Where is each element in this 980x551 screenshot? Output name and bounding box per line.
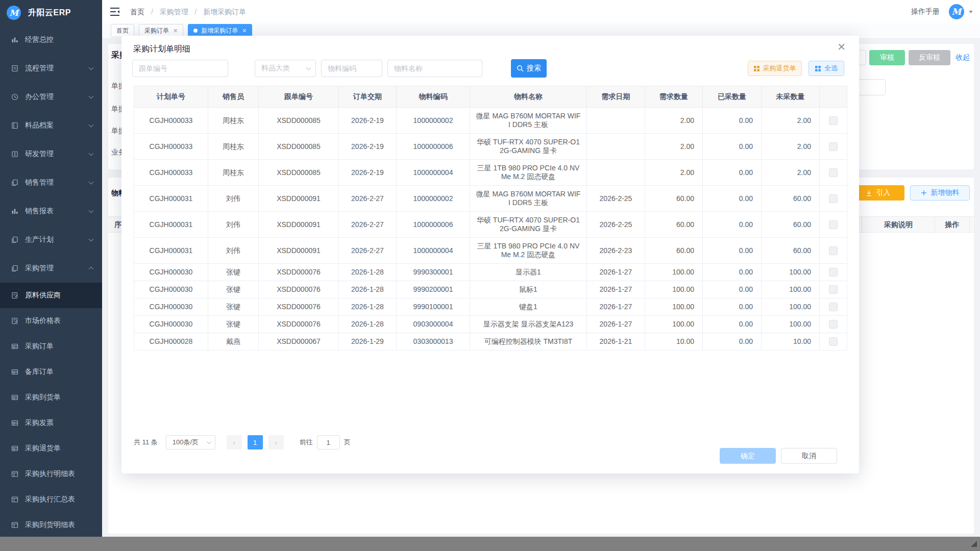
row-checkbox[interactable]: [829, 337, 838, 346]
page-size-select[interactable]: 100条/页: [166, 435, 215, 449]
cancel-button[interactable]: 取消: [781, 448, 837, 464]
table-row[interactable]: CGJH000028戴燕XSDD0000672026-1-29030300001…: [134, 333, 847, 350]
table-row[interactable]: CGJH000033周桂东XSDD0000852026-2-1910000000…: [134, 134, 847, 160]
sidebar-subitem-6[interactable]: 采购退货单: [0, 436, 102, 461]
sidebar-item-2[interactable]: 办公管理: [0, 83, 102, 111]
table-row[interactable]: CGJH000030张键XSDD0000762026-1-28090300000…: [134, 316, 847, 333]
cell-select: [820, 160, 847, 186]
breadcrumb-purchase[interactable]: 采购管理: [160, 8, 188, 16]
add-material-button[interactable]: 新增物料: [910, 185, 970, 201]
cell-unpurchased-qty: 60.00: [762, 186, 820, 212]
table-row[interactable]: CGJH000033周桂东XSDD0000852026-2-1910000000…: [134, 160, 847, 186]
chevron-down-icon[interactable]: [969, 11, 973, 13]
material-code-input[interactable]: [321, 60, 382, 77]
confirm-button[interactable]: 确定: [720, 448, 776, 464]
sidebar-item-0[interactable]: 经营总控: [0, 26, 102, 54]
purchase-return-button[interactable]: 采购退货单: [748, 61, 802, 76]
sidebar-subitem-9[interactable]: 采购到货明细表: [0, 512, 102, 537]
chevron-down-icon: [89, 208, 94, 213]
close-icon[interactable]: ✕: [837, 42, 846, 52]
cell-material-code: 9990300001: [397, 264, 470, 281]
table-row[interactable]: CGJH000033周桂东XSDD0000852026-2-1910000000…: [134, 108, 847, 134]
breadcrumb-home[interactable]: 首页: [130, 8, 144, 16]
close-tab-icon[interactable]: ✕: [242, 28, 247, 34]
cell-delivery-date: 2026-1-28: [339, 298, 397, 316]
grid-icon: [815, 66, 821, 71]
order-no-input[interactable]: [132, 60, 228, 77]
cell-demand-qty: 10.00: [645, 333, 703, 350]
table-row[interactable]: CGJH000030张键XSDD0000762026-1-28999030000…: [134, 264, 847, 281]
sidebar-subitem-0[interactable]: 原料供应商: [0, 283, 102, 308]
next-page-button[interactable]: ›: [268, 435, 284, 449]
sidebar-subitem-1[interactable]: 市场价格表: [0, 308, 102, 334]
cell-plan-no: CGJH000030: [134, 264, 208, 281]
sidebar-item-4[interactable]: 研发管理: [0, 140, 102, 168]
unaudit-button[interactable]: 反审核: [909, 50, 950, 65]
row-checkbox[interactable]: [829, 285, 838, 294]
row-checkbox[interactable]: [829, 220, 838, 229]
archive-icon: [11, 121, 19, 130]
sidebar-subitem-8[interactable]: 采购执行汇总表: [0, 487, 102, 512]
row-checkbox[interactable]: [829, 194, 838, 203]
cell-material-code: 0303000013: [397, 333, 470, 350]
sidebar-subitem-label: 采购到货单: [25, 393, 61, 402]
cell-select: [820, 316, 847, 333]
search-button[interactable]: 搜索: [511, 59, 547, 78]
cell-select: [820, 108, 847, 134]
sidebar-item-6[interactable]: 销售报表: [0, 197, 102, 226]
sidebar-subitem-5[interactable]: 采购发票: [0, 410, 102, 436]
sidebar-subitem-3[interactable]: 备库订单: [0, 359, 102, 385]
manual-link[interactable]: 操作手册: [911, 7, 940, 16]
row-checkbox[interactable]: [829, 168, 838, 177]
resize-handle[interactable]: [971, 541, 977, 547]
chart-icon: [11, 207, 19, 215]
sidebar-subitem-7[interactable]: 采购执行明细表: [0, 461, 102, 487]
table-row[interactable]: CGJH000031刘伟XSDD0000912026-2-27100000000…: [134, 212, 847, 238]
table-row[interactable]: CGJH000030张键XSDD0000762026-1-28999020000…: [134, 281, 847, 298]
cell-salesman: 戴燕: [208, 333, 259, 350]
cell-material-code: 1000000006: [397, 134, 470, 160]
sidebar-item-7[interactable]: 生产计划: [0, 226, 102, 254]
app-root: M 升阳云ERP 经营总控流程管理办公管理料品档案研发管理销售管理销售报表生产计…: [0, 0, 980, 551]
avatar[interactable]: M: [949, 4, 964, 19]
sidebar-item-8[interactable]: 采购管理: [0, 254, 102, 283]
select-all-button[interactable]: 全选: [808, 61, 844, 76]
cell-plan-no: CGJH000031: [134, 212, 208, 238]
cell-material-name: 显示器支架 显示器支架A123: [470, 316, 587, 333]
row-checkbox[interactable]: [829, 116, 838, 125]
goto-page-input[interactable]: [317, 435, 340, 449]
row-checkbox[interactable]: [829, 246, 838, 255]
cell-select: [820, 238, 847, 264]
sidebar-item-3[interactable]: 料品档案: [0, 111, 102, 140]
sidebar-item-1[interactable]: 流程管理: [0, 54, 102, 83]
import-button[interactable]: 引入: [851, 185, 904, 201]
total-count: 共 11 条: [134, 438, 158, 447]
cell-plan-no: CGJH000028: [134, 333, 208, 350]
row-checkbox[interactable]: [829, 268, 838, 277]
table-row[interactable]: CGJH000031刘伟XSDD0000912026-2-27100000000…: [134, 238, 847, 264]
collapse-menu-icon[interactable]: [110, 7, 120, 16]
edit-doc-icon: [11, 317, 19, 325]
page-number-button[interactable]: 1: [248, 435, 263, 449]
sidebar-subitem-label: 采购订单: [25, 342, 54, 351]
cell-salesman: 刘伟: [208, 186, 259, 212]
table-row[interactable]: CGJH000031刘伟XSDD0000912026-2-27100000000…: [134, 186, 847, 212]
sidebar-subitem-4[interactable]: 采购到货单: [0, 385, 102, 410]
purchase-plan-modal: 采购计划单明细 ✕ 料品大类 搜索 采购退货单 全选 计划单号销售员跟单编号订单…: [121, 36, 859, 473]
row-checkbox[interactable]: [829, 142, 838, 151]
cell-demand-date: 2026-1-27: [587, 316, 645, 333]
prev-page-button[interactable]: ‹: [227, 435, 242, 449]
sidebar-subitem-2[interactable]: 采购订单: [0, 334, 102, 359]
close-tab-icon[interactable]: ✕: [173, 28, 178, 34]
category-select[interactable]: 料品大类: [255, 60, 316, 77]
row-checkbox[interactable]: [829, 303, 838, 311]
column-header: 订单交期: [339, 86, 397, 108]
row-checkbox[interactable]: [829, 320, 838, 329]
audit-button[interactable]: 审核: [869, 50, 905, 65]
material-name-input[interactable]: [387, 60, 482, 77]
cell-purchased-qty: 0.00: [703, 264, 762, 281]
sidebar-item-5[interactable]: 销售管理: [0, 168, 102, 197]
collapse-link[interactable]: 收起: [955, 53, 970, 62]
table-row[interactable]: CGJH000030张键XSDD0000762026-1-28999010000…: [134, 298, 847, 316]
office-icon: [11, 93, 19, 101]
